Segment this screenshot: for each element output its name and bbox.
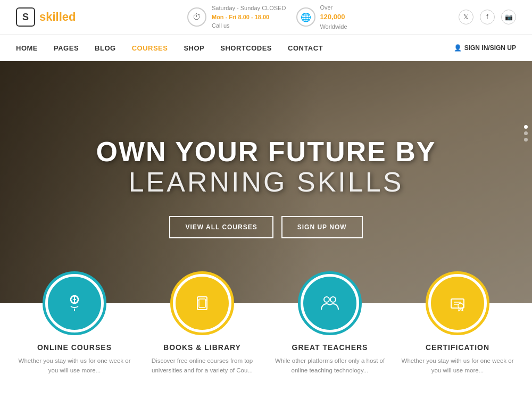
nav-item-contact[interactable]: CONTACT bbox=[288, 43, 323, 53]
dot-1 bbox=[524, 125, 528, 129]
worldwide-text: Over 120,000 Worldwide bbox=[320, 3, 347, 31]
feature-circle-certification bbox=[426, 271, 489, 335]
nav-item-pages[interactable]: PAGES bbox=[54, 43, 79, 53]
feature-desc-certification: Whether you stay with us for one week or… bbox=[399, 356, 516, 376]
feature-title-books-library: BOOKS & LIBRARY bbox=[163, 343, 241, 352]
feature-title-great-teachers: GREAT TEACHERS bbox=[292, 343, 368, 352]
nav-links: HOME PAGES BLOG COURSES SHOP SHORTCODES … bbox=[16, 43, 323, 53]
svg-point-11 bbox=[330, 297, 336, 302]
user-icon: 👤 bbox=[454, 44, 462, 52]
feature-online-courses: ONLINE COURSES Whether you stay with us … bbox=[16, 303, 133, 376]
worldwide-info: 🌐 Over 120,000 Worldwide bbox=[296, 3, 347, 31]
feature-books-library: BOOKS & LIBRARY Discover free online cou… bbox=[144, 303, 261, 376]
feature-icon-great-teachers bbox=[303, 277, 356, 330]
top-center-info: ⏱ Saturday - Sunday CLOSED Mon - Fri 8.0… bbox=[187, 3, 347, 31]
feature-title-certification: CERTIFICATION bbox=[426, 343, 489, 352]
social-links: 𝕏 f 📷 bbox=[459, 10, 516, 24]
logo-text: skilled bbox=[39, 10, 76, 24]
twitter-icon[interactable]: 𝕏 bbox=[459, 10, 473, 24]
schedule-text: Saturday - Sunday CLOSED Mon - Fri 8.00 … bbox=[212, 4, 286, 30]
feature-title-online-courses: ONLINE COURSES bbox=[37, 343, 112, 352]
instagram-icon[interactable]: 📷 bbox=[501, 10, 516, 24]
feature-circle-online-courses bbox=[43, 271, 106, 335]
feature-icon-books-library bbox=[176, 277, 229, 330]
svg-point-10 bbox=[324, 297, 329, 302]
logo[interactable]: S skilled bbox=[16, 7, 76, 27]
feature-great-teachers: GREAT TEACHERS While other platforms off… bbox=[271, 303, 388, 376]
feature-desc-online-courses: Whether you stay with us for one week or… bbox=[16, 356, 133, 376]
feature-desc-great-teachers: While other platforms offer only a host … bbox=[271, 356, 388, 376]
sign-up-now-button[interactable]: SIGN UP NOW bbox=[281, 216, 363, 238]
slide-indicators bbox=[524, 125, 528, 142]
hero-section: OWN YOUR FUTURE BY LEARNING SKILLS VIEW … bbox=[0, 61, 532, 303]
feature-circle-books-library bbox=[170, 271, 234, 335]
globe-icon: 🌐 bbox=[296, 7, 315, 27]
hero-buttons: VIEW ALL COURSES SIGN UP NOW bbox=[169, 216, 362, 238]
feature-circle-great-teachers bbox=[298, 271, 362, 335]
clock-icon: ⏱ bbox=[187, 7, 206, 27]
nav-item-blog[interactable]: BLOG bbox=[95, 43, 116, 53]
logo-icon: S bbox=[16, 7, 35, 27]
nav-item-courses[interactable]: COURSES bbox=[132, 43, 168, 53]
nav-item-home[interactable]: HOME bbox=[16, 43, 38, 53]
sign-in-button[interactable]: 👤 SIGN IN/SIGN UP bbox=[454, 44, 516, 52]
hero-title-line2: LEARNING SKILLS bbox=[129, 167, 404, 197]
feature-icon-online-courses bbox=[48, 277, 101, 330]
view-all-courses-button[interactable]: VIEW ALL COURSES bbox=[169, 216, 273, 238]
top-bar: S skilled ⏱ Saturday - Sunday CLOSED Mon… bbox=[0, 0, 532, 35]
svg-rect-7 bbox=[199, 299, 205, 307]
hero-content: OWN YOUR FUTURE BY LEARNING SKILLS VIEW … bbox=[0, 61, 532, 303]
hero-title-line1: OWN YOUR FUTURE BY bbox=[96, 137, 436, 167]
feature-icon-certification bbox=[431, 277, 484, 330]
schedule-info: ⏱ Saturday - Sunday CLOSED Mon - Fri 8.0… bbox=[187, 4, 286, 30]
nav-item-shop[interactable]: SHOP bbox=[184, 43, 204, 53]
feature-certification: CERTIFICATION Whether you stay with us f… bbox=[399, 303, 516, 376]
feature-desc-books-library: Discover free online courses from top un… bbox=[144, 356, 261, 376]
dot-3 bbox=[524, 138, 528, 142]
dot-2 bbox=[524, 131, 528, 135]
nav-bar: HOME PAGES BLOG COURSES SHOP SHORTCODES … bbox=[0, 35, 532, 61]
features-section: ONLINE COURSES Whether you stay with us … bbox=[0, 303, 532, 384]
nav-item-shortcodes[interactable]: SHORTCODES bbox=[220, 43, 272, 53]
facebook-icon[interactable]: f bbox=[480, 10, 495, 24]
